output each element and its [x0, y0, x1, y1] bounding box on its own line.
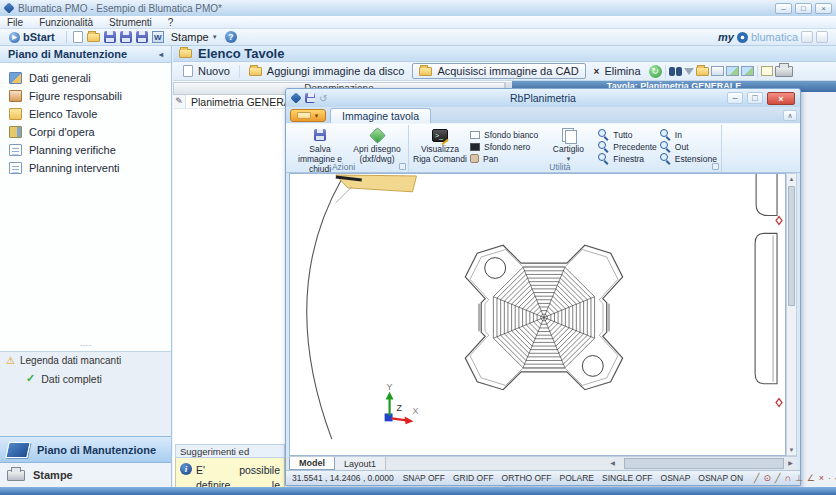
- toggle-single[interactable]: SINGLE OFF: [602, 473, 653, 483]
- osnap-mode-icon[interactable]: ∩: [784, 473, 790, 483]
- zoom-in-button[interactable]: In: [660, 129, 717, 140]
- scrollbar-thumb[interactable]: [788, 186, 795, 306]
- background-buttons: Sfondo bianco Sfondo nero Pan: [470, 126, 538, 164]
- nav-stampe[interactable]: Stampe: [0, 463, 171, 487]
- menu-strumenti[interactable]: Strumenti: [109, 17, 152, 28]
- sfondo-nero-button[interactable]: Sfondo nero: [470, 141, 538, 152]
- planning-verifiche-icon: [9, 144, 22, 156]
- osnap-mode-icon[interactable]: ×: [819, 473, 824, 483]
- elenco-tavole-icon: [9, 108, 22, 120]
- zoom-precedente-button[interactable]: Precedente: [598, 141, 656, 152]
- refresh-icon[interactable]: ↻: [649, 65, 662, 78]
- quick-save-icon[interactable]: [305, 93, 315, 103]
- zoom-out-icon: [660, 141, 671, 152]
- nav-label: Stampe: [33, 469, 73, 481]
- new-document-icon[interactable]: [73, 31, 83, 43]
- menu-help[interactable]: ?: [168, 17, 174, 28]
- osnap-mode-icon[interactable]: ⊥: [795, 473, 803, 483]
- horizontal-scrollbar[interactable]: ◀ ▶: [386, 457, 797, 470]
- export-folder-icon[interactable]: [696, 67, 709, 76]
- zoom-tutto-button[interactable]: Tutto: [598, 129, 656, 140]
- vertical-scrollbar[interactable]: ▲ ▼: [786, 173, 797, 456]
- open-folder-icon[interactable]: [87, 33, 100, 42]
- brand-my: my: [718, 31, 734, 43]
- apri-disegno-button[interactable]: Apri disegno (dxf/dwg): [350, 126, 404, 165]
- tab-layout1[interactable]: Layout1: [335, 457, 386, 470]
- osnap-mode-icon[interactable]: ╱: [775, 473, 780, 483]
- sidebar-item-dati-generali[interactable]: Dati generali: [0, 69, 171, 87]
- image-preview-icon[interactable]: [726, 66, 739, 76]
- sidebar-item-corpi-dopera[interactable]: Corpi d'opera: [0, 123, 171, 141]
- toggle-polare[interactable]: POLARE: [560, 473, 595, 483]
- account-icon[interactable]: [801, 31, 813, 43]
- nav-piano-di-manutenzione[interactable]: Piano di Manutenzione: [0, 436, 171, 463]
- image-edit-icon[interactable]: [741, 66, 754, 76]
- tab-model[interactable]: Model: [289, 457, 335, 470]
- cad-title-bar[interactable]: RbPlanimetria ↺ – □ ×: [286, 89, 800, 107]
- tab-immagine-tavola[interactable]: Immagine tavola: [330, 108, 431, 123]
- save-close-icon: [314, 129, 326, 141]
- note-icon[interactable]: [761, 66, 773, 76]
- app-menu-icon: [297, 112, 311, 119]
- stampe-dropdown[interactable]: Stampe ▼: [168, 31, 221, 43]
- elimina-button[interactable]: × Elimina: [588, 64, 647, 78]
- search-icon[interactable]: [669, 67, 682, 76]
- cartiglio-button[interactable]: Cartiglio ▼: [541, 126, 595, 163]
- scroll-left-icon[interactable]: ◀: [606, 457, 619, 470]
- ribbon-collapse-icon[interactable]: ∧: [783, 110, 797, 121]
- dialog-launcher-icon[interactable]: [712, 163, 719, 170]
- group-label-utilita: Utilità: [409, 162, 711, 172]
- menu-file[interactable]: File: [7, 17, 23, 28]
- dialog-launcher-icon[interactable]: [399, 163, 406, 170]
- osnap-mode-icon[interactable]: ╱: [754, 473, 759, 483]
- undo-icon[interactable]: ↺: [319, 93, 327, 104]
- print-icon[interactable]: [775, 66, 793, 77]
- image-card-icon[interactable]: [711, 66, 724, 76]
- legend-title: Legenda dati mancanti: [20, 355, 121, 366]
- close-button[interactable]: ×: [815, 3, 832, 14]
- save-icon[interactable]: [104, 31, 116, 43]
- save-as-icon[interactable]: [120, 31, 132, 43]
- sidebar-item-planning-interventi[interactable]: Planning interventi: [0, 159, 171, 177]
- black-background-icon: [470, 143, 480, 151]
- sidebar-item-planning-verifiche[interactable]: Planning verifiche: [0, 141, 171, 159]
- osnap-mode-icon[interactable]: ∠: [807, 473, 815, 483]
- toggle-osnap-on[interactable]: OSNAP ON: [698, 473, 743, 483]
- sidebar-item-figure-responsabili[interactable]: Figure responsabili: [0, 87, 171, 105]
- zoom-out-button[interactable]: Out: [660, 141, 717, 152]
- toggle-osnap[interactable]: OSNAP: [661, 473, 691, 483]
- help-icon[interactable]: ?: [225, 31, 237, 43]
- maximize-button[interactable]: □: [795, 3, 812, 14]
- toggle-snap[interactable]: SNAP OFF: [403, 473, 445, 483]
- nuovo-button[interactable]: Nuovo: [177, 64, 236, 78]
- menu-funzionalita[interactable]: Funzionalità: [39, 17, 93, 28]
- sidebar-splitter[interactable]: ····: [0, 341, 171, 351]
- sfondo-bianco-button[interactable]: Sfondo bianco: [470, 129, 538, 140]
- toggle-ortho[interactable]: ORTHO OFF: [502, 473, 552, 483]
- save-all-icon[interactable]: [136, 31, 148, 43]
- aggiungi-immagine-button[interactable]: Aggiungi immagine da disco: [243, 64, 411, 78]
- legend-header: ⚠ Legenda dati mancanti: [0, 352, 171, 367]
- scroll-down-icon[interactable]: ▼: [787, 445, 796, 455]
- cad-minimize-button[interactable]: –: [727, 92, 743, 104]
- scrollbar-thumb[interactable]: [624, 458, 784, 469]
- word-export-icon[interactable]: W: [152, 31, 164, 43]
- settings-icon[interactable]: [816, 31, 828, 43]
- scroll-up-icon[interactable]: ▲: [787, 174, 796, 184]
- collapse-sidebar-icon[interactable]: ◂: [159, 50, 163, 59]
- osnap-mode-icon[interactable]: ⊙: [763, 473, 771, 483]
- filter-icon[interactable]: [684, 68, 694, 75]
- cad-maximize-button[interactable]: □: [747, 92, 763, 104]
- visualizza-riga-comandi-button[interactable]: >_ Visualizza Riga Comandi: [413, 126, 467, 165]
- cad-close-button[interactable]: ×: [767, 92, 795, 105]
- minimize-button[interactable]: –: [775, 3, 792, 14]
- toolbar-separator: [665, 65, 666, 78]
- bstart-button[interactable]: ▶ bStart: [4, 31, 60, 43]
- scroll-right-icon[interactable]: ▶: [784, 457, 797, 470]
- osnap-mode-icon[interactable]: ·: [828, 473, 831, 483]
- sidebar-item-elenco-tavole[interactable]: Elenco Tavole: [0, 105, 171, 123]
- acquisisci-cad-button[interactable]: Acquisisci immagine da CAD: [412, 63, 585, 79]
- toggle-grid[interactable]: GRID OFF: [453, 473, 494, 483]
- cad-drawing-canvas[interactable]: Y Z X: [289, 173, 786, 456]
- app-menu-button[interactable]: ▼: [290, 109, 326, 122]
